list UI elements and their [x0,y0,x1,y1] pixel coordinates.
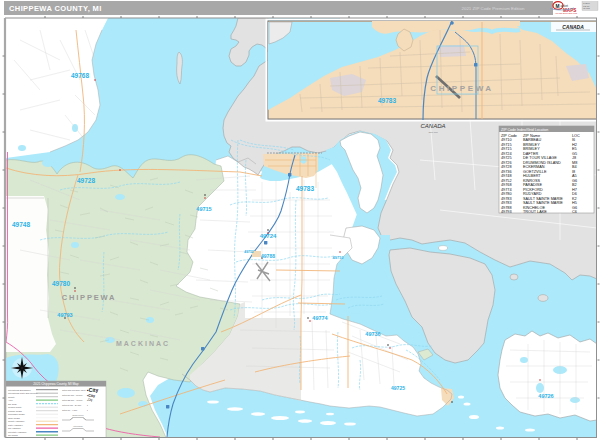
svg-text:▪City: ▪City [87,398,93,402]
svg-text:DRUMMOND ISLAND: DRUMMOND ISLAND [523,161,561,165]
svg-text:TROUT LAKE: TROUT LAKE [523,210,547,214]
svg-text:ZIP Name: ZIP Name [523,134,540,138]
svg-text:▪City: ▪City [87,394,95,398]
svg-text:GOETZVILLE: GOETZVILLE [523,170,547,174]
svg-text:CANADA: CANADA [420,123,445,129]
svg-text:49715: 49715 [501,147,512,151]
svg-text:DAFTER: DAFTER [523,152,538,156]
svg-text:Your Map Source Since 1982: Your Map Source Since 1982 [555,12,577,14]
svg-text:International State and Provin: International State and Province [8,392,38,394]
svg-text:KINROSS: KINROSS [523,179,541,183]
svg-text:est. 1982: est. 1982 [583,7,590,9]
svg-text:49715: 49715 [501,143,512,147]
svg-text:ZIP Code Index/Grid Location: ZIP Code Index/Grid Location [501,128,548,132]
svg-text:A5: A5 [572,174,577,178]
svg-text:THE USA: THE USA [583,5,591,7]
svg-text:49728: 49728 [501,165,512,169]
svg-text:I8: I8 [572,170,575,174]
svg-text:49783: 49783 [378,97,396,104]
svg-text:49725: 49725 [501,156,512,160]
svg-text:ZIP Code: ZIP Code [501,134,517,138]
svg-text:49752: 49752 [501,179,512,183]
svg-text:G6: G6 [572,179,577,183]
svg-text:CHIPPEWA COUNTY, MI: CHIPPEWA COUNTY, MI [9,4,102,13]
svg-text:49788: 49788 [501,206,512,210]
svg-text:49726: 49726 [501,161,512,165]
svg-text:PICKFORD: PICKFORD [523,188,543,192]
svg-text:49724: 49724 [260,233,277,239]
svg-text:49783: 49783 [296,185,314,192]
svg-text:M8: M8 [572,161,577,165]
svg-text:B4: B4 [572,165,577,169]
svg-text:County Highways: County Highways [8,420,24,422]
svg-text:MADE IN: MADE IN [583,2,590,4]
svg-text:CHIPPEWA: CHIPPEWA [430,84,493,93]
svg-text:49726: 49726 [538,393,553,399]
svg-text:G6: G6 [572,206,577,210]
svg-text:HULBERT: HULBERT [523,174,541,178]
svg-text:49768: 49768 [71,72,89,79]
svg-text:49783: 49783 [501,201,512,205]
svg-text:49774: 49774 [312,315,328,321]
svg-text:MACKINAC: MACKINAC [116,340,170,347]
svg-text:LOC: LOC [572,134,580,138]
svg-text:Primary Roads: Primary Roads [8,410,22,412]
svg-text:▪City: ▪City [87,387,98,393]
svg-text:US Highways: US Highways [8,427,20,429]
svg-text:49748: 49748 [12,221,30,228]
svg-text:49774: 49774 [501,188,512,192]
svg-text:B2: B2 [572,183,577,187]
svg-text:49724: 49724 [501,152,512,156]
svg-text:PARADISE: PARADISE [523,183,542,187]
svg-text:County: County [8,396,16,398]
svg-text:49752: 49752 [244,250,254,254]
svg-text:2021 ZIP Code Premium Edition: 2021 ZIP Code Premium Edition [462,6,525,11]
svg-text:C6: C6 [572,210,577,214]
svg-text:G5: G5 [572,152,577,156]
svg-text:J8: J8 [572,156,576,160]
svg-text:Bridge/Tunnel: Bridge/Tunnel [72,414,84,416]
svg-text:49725: 49725 [391,385,405,391]
svg-text:49736: 49736 [501,170,512,174]
svg-text:ECKERMAN: ECKERMAN [523,165,545,169]
svg-text:BARBEAU: BARBEAU [523,138,541,142]
svg-text:49715: 49715 [196,206,211,212]
svg-text:SAULT SAINTE MARIE: SAULT SAINTE MARIE [523,197,563,201]
svg-text:Census Tracts: Census Tracts [8,406,21,408]
svg-text:BRIMLEY: BRIMLEY [523,143,540,147]
svg-text:49780: 49780 [501,192,512,196]
svg-text:H2: H2 [572,143,577,147]
svg-text:D6: D6 [572,192,577,196]
svg-text:K2: K2 [572,197,577,201]
svg-text:Interstate Highways: Interstate Highways [8,431,26,433]
svg-text:BRIMLEY: BRIMLEY [523,147,540,151]
svg-text:State Highways: State Highways [8,424,22,426]
svg-text:International Boundaries: International Boundaries [8,389,31,391]
svg-text:H5: H5 [572,201,577,205]
svg-text:49768: 49768 [501,183,512,187]
svg-text:Interchange: Interchange [73,425,83,427]
svg-text:CHIPPEWA: CHIPPEWA [62,293,116,302]
svg-text:CANADA: CANADA [562,24,584,30]
svg-text:49793: 49793 [57,312,72,318]
svg-text:49780: 49780 [52,280,70,287]
svg-text:49736: 49736 [365,331,380,337]
svg-text:ZIP Code: ZIP Code [8,403,18,405]
svg-text:DE TOUR VILLAGE: DE TOUR VILLAGE [523,156,557,160]
svg-text:49788: 49788 [261,253,275,259]
svg-text:Other Roads: Other Roads [8,417,20,419]
svg-text:2021 Chippewa County, MI Map: 2021 Chippewa County, MI Map [33,382,79,386]
svg-text:49793: 49793 [501,210,512,214]
svg-text:E5: E5 [572,147,577,151]
svg-text:49728: 49728 [77,177,95,184]
svg-text:Secondary Roads: Secondary Roads [8,413,25,415]
svg-text:I6: I6 [572,138,575,142]
svg-text:49748: 49748 [501,174,512,178]
svg-text:49710: 49710 [501,138,512,142]
svg-text:M: M [556,4,560,9]
svg-text:H7: H7 [572,188,577,192]
svg-text:SAULT SAINTE MARIE: SAULT SAINTE MARIE [523,201,563,205]
svg-text:ONTARIO: ONTARIO [429,131,438,133]
svg-text:49710: 49710 [332,255,344,260]
svg-text:RUDYARD: RUDYARD [523,192,542,196]
